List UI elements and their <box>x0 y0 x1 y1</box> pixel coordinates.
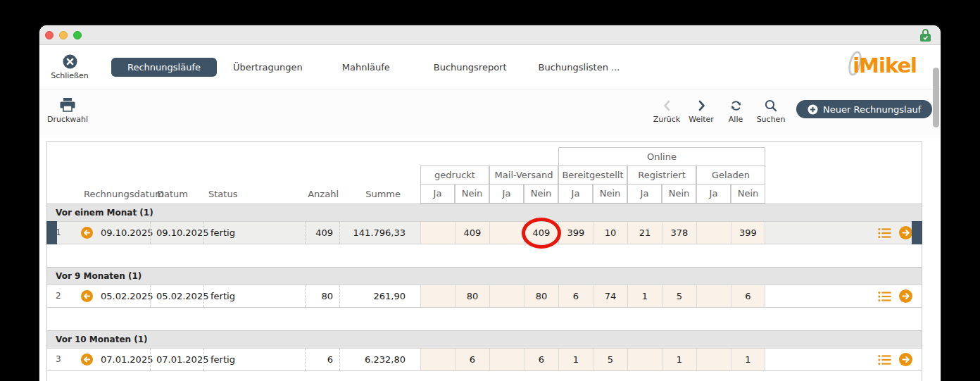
imikel-logo: iMikel <box>853 54 917 77</box>
cell-geladen-ja <box>696 222 731 244</box>
list-icon[interactable] <box>878 354 891 366</box>
cell-mail-versand-ja <box>489 349 524 370</box>
column-header-datum: Datum <box>157 184 188 204</box>
tab-uebertragungen[interactable]: Übertragungen <box>233 62 303 73</box>
table-row[interactable]: 205.02.202505.02.2025fertig80261,9080806… <box>47 285 922 308</box>
cell-gedruckt-ja <box>420 222 455 244</box>
column-header-nein: Nein <box>731 184 765 204</box>
row-number: 3 <box>47 349 73 370</box>
cell-gedruckt-ja <box>420 349 455 370</box>
row-number: 2 <box>47 285 73 307</box>
arrow-left-circle-icon[interactable] <box>73 349 101 370</box>
vertical-scrollbar-thumb[interactable] <box>933 68 939 127</box>
chevron-left-icon <box>661 99 673 112</box>
column-header-ja: Ja <box>558 184 593 204</box>
suchen-button[interactable]: Suchen <box>750 99 792 124</box>
annotation-red-circle <box>522 218 561 249</box>
cell-status: fertig <box>203 285 305 307</box>
cell-registriert-ja <box>627 349 662 370</box>
refresh-icon <box>729 99 743 112</box>
cell-registriert-nein: 1 <box>662 349 696 370</box>
column-header-anzahl: Anzahl <box>287 184 339 204</box>
rechnungslaeufe-table: Online gedruckt Mail-Versand Bereitgeste… <box>46 141 922 381</box>
arrow-left-circle-icon[interactable] <box>73 285 101 307</box>
neuer-rechnungslauf-button[interactable]: Neuer Rechnungslauf <box>796 100 932 118</box>
cell-datum: 05.02.2025 <box>150 285 203 307</box>
column-header-nein: Nein <box>524 184 558 204</box>
column-header-ja: Ja <box>696 184 731 204</box>
cell-summe: 6.232,80 <box>339 349 420 370</box>
close-button-label: Schließen <box>51 71 89 80</box>
table-row[interactable]: 109.10.202509.10.2025fertig409141.796,33… <box>47 222 922 244</box>
column-header-status: Status <box>208 184 237 204</box>
app-window: Schließen Rechnungsläufe Übertragungen M… <box>39 25 941 381</box>
druckwahl-button[interactable]: Druckwahl <box>46 98 89 124</box>
arrow-right-circle-icon[interactable] <box>899 353 912 366</box>
neuer-rechnungslauf-label: Neuer Rechnungslauf <box>823 104 921 115</box>
tab-rechnungslaeufe[interactable]: Rechnungsläufe <box>111 58 217 77</box>
cell-registriert-ja: 1 <box>627 285 662 307</box>
cell-rechnungsdatum: 07.01.2025 <box>101 349 150 370</box>
arrow-left-circle-icon[interactable] <box>73 222 101 244</box>
cell-registriert-nein: 5 <box>662 285 696 307</box>
zurueck-label: Zurück <box>653 115 680 124</box>
cell-mail-versand-ja <box>489 285 524 307</box>
close-circle-icon <box>63 54 77 69</box>
cell-gedruckt-nein: 409 <box>455 222 489 244</box>
group-header: Vor einem Monat (1) <box>47 204 922 222</box>
suchen-label: Suchen <box>757 115 786 124</box>
column-header-summe: Summe <box>348 184 401 204</box>
cell-summe: 141.796,33 <box>339 222 420 244</box>
column-header-mail-versand: Mail-Versand <box>489 165 558 185</box>
cell-status: fertig <box>203 349 305 370</box>
selection-bar-right <box>912 221 922 244</box>
cell-mail-versand-nein: 6 <box>524 349 558 370</box>
cell-bereitgestellt-ja: 6 <box>558 285 593 307</box>
zoom-traffic-light-icon[interactable] <box>73 31 82 39</box>
plus-circle-icon <box>808 104 818 115</box>
minimize-traffic-light-icon[interactable] <box>59 31 68 39</box>
table-header: Online gedruckt Mail-Versand Bereitgeste… <box>47 142 922 204</box>
search-icon <box>765 99 777 112</box>
column-header-rechnungsdatum: Rechnungsdatum <box>84 184 164 204</box>
cell-anzahl: 6 <box>305 349 339 370</box>
druckwahl-label: Druckwahl <box>47 115 88 124</box>
cell-bereitgestellt-nein: 10 <box>593 222 627 244</box>
cell-mail-versand-nein: 80 <box>524 285 558 307</box>
cell-gedruckt-nein: 80 <box>455 285 489 307</box>
close-button[interactable]: Schließen <box>49 54 90 80</box>
cell-datum: 09.10.2025 <box>150 222 203 244</box>
cell-gedruckt-ja <box>420 285 455 307</box>
list-icon[interactable] <box>878 291 891 302</box>
list-icon[interactable] <box>878 227 891 239</box>
cell-anzahl: 80 <box>305 285 339 307</box>
cell-geladen-ja <box>696 285 731 307</box>
chevron-right-icon <box>696 99 708 112</box>
tab-buchungsreport[interactable]: Buchungsreport <box>434 62 507 73</box>
arrow-right-circle-icon[interactable] <box>899 226 912 239</box>
group-spacer <box>47 244 922 267</box>
close-traffic-light-icon[interactable] <box>45 31 54 39</box>
group-header: Vor 10 Monaten (1) <box>47 330 922 349</box>
cell-rechnungsdatum: 05.02.2025 <box>101 285 150 307</box>
cell-mail-versand-ja <box>489 222 524 244</box>
toolbar: Druckwahl Zurück Weiter <box>39 89 941 138</box>
column-header-geladen: Geladen <box>696 165 765 185</box>
cell-summe: 261,90 <box>339 285 420 307</box>
cell-gedruckt-nein: 6 <box>455 349 489 370</box>
column-header-nein: Nein <box>593 184 627 204</box>
arrow-right-circle-icon[interactable] <box>899 289 912 303</box>
tab-mahnlaeufe[interactable]: Mahnläufe <box>342 62 390 73</box>
column-header-nein: Nein <box>455 184 489 204</box>
tab-buchungslisten[interactable]: Buchungslisten ... <box>539 62 620 73</box>
cell-registriert-nein: 378 <box>662 222 696 244</box>
titlebar <box>39 25 941 45</box>
cell-bereitgestellt-nein: 5 <box>593 349 627 370</box>
table-row[interactable]: 307.01.202507.01.2025fertig66.232,806615… <box>47 349 922 371</box>
cell-geladen-nein: 399 <box>731 222 765 244</box>
cell-geladen-nein: 1 <box>731 349 765 370</box>
printer-icon <box>60 98 75 112</box>
cell-anzahl: 409 <box>305 222 339 244</box>
cell-mail-versand-nein: 409 <box>524 222 558 244</box>
group-spacer <box>47 308 922 330</box>
